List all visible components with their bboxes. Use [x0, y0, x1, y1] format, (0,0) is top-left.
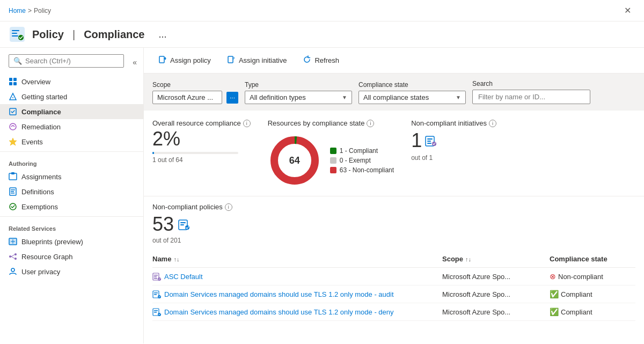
svg-rect-17 [11, 193, 14, 194]
donut-title: Resources by compliance state i [268, 119, 394, 127]
sidebar-item-label: User privacy [21, 268, 60, 276]
assign-initiative-button[interactable]: Assign initiative [221, 52, 293, 69]
policy-row-icon [152, 290, 161, 298]
sidebar-item-exemptions[interactable]: Exemptions [0, 199, 143, 214]
compliance-state-select[interactable]: All compliance states ▼ [358, 91, 466, 104]
legend-non-compliant: 63 - Non-compliant [330, 166, 394, 174]
assign-policy-label: Assign policy [170, 56, 211, 64]
row-name-link[interactable]: Domain Services managed domains should u… [164, 290, 394, 298]
scope-select[interactable]: Microsoft Azure ... [152, 91, 222, 104]
search-input[interactable] [25, 57, 119, 65]
svg-rect-27 [159, 56, 164, 63]
type-label: Type [245, 81, 352, 89]
svg-rect-34 [427, 141, 431, 142]
policies-value: 53 [152, 213, 635, 236]
refresh-button[interactable]: Refresh [297, 52, 345, 69]
resource-graph-icon [9, 252, 17, 261]
sidebar-item-label: Assignments [21, 173, 61, 181]
policies-info-icon[interactable]: i [225, 203, 232, 211]
close-button[interactable]: ✕ [620, 3, 635, 18]
initiative-icon [425, 135, 437, 147]
scope-edit-button[interactable]: ··· [226, 92, 238, 104]
scope-sort-icon[interactable]: ↑↓ [465, 256, 471, 262]
initiatives-block: Non-compliant initiatives i 1 out of 1 [411, 119, 496, 162]
row-state: ⊗ Non-compliant [550, 272, 635, 281]
initiatives-title: Non-compliant initiatives i [411, 119, 496, 127]
initiatives-sub: out of 1 [411, 154, 496, 162]
policies-section: Non-compliant policies i 53 out of 201 [144, 196, 644, 251]
breadcrumb-home[interactable]: Home [9, 7, 26, 14]
scope-input-group: Microsoft Azure ... ··· [152, 91, 238, 104]
progress-bar [152, 152, 238, 154]
sidebar-item-definitions[interactable]: Definitions [0, 184, 143, 199]
type-filter: Type All definition types ▼ [245, 81, 352, 104]
main-layout: 🔍 « Overview Getting started Compliance [0, 48, 644, 343]
sidebar-item-overview[interactable]: Overview [0, 74, 143, 89]
svg-rect-42 [154, 275, 158, 276]
initiatives-info-icon[interactable]: i [489, 120, 496, 127]
row-name-link[interactable]: Domain Services managed domains should u… [164, 308, 394, 316]
name-sort-icon[interactable]: ↑↓ [173, 256, 179, 262]
breadcrumb-separator: > [28, 7, 32, 14]
ellipsis-button[interactable]: ... [155, 28, 170, 41]
sidebar-item-blueprints[interactable]: Blueprints (preview) [0, 234, 143, 249]
sidebar-item-remediation[interactable]: Remediation [0, 119, 143, 134]
svg-rect-43 [154, 276, 157, 277]
events-icon [9, 137, 17, 146]
sidebar-item-resource-graph[interactable]: Resource Graph [0, 249, 143, 264]
sidebar-search[interactable]: 🔍 [9, 54, 124, 68]
svg-rect-39 [180, 224, 184, 225]
row-state: ✅ Compliant [550, 290, 635, 298]
compliance-state-filter: Compliance state All compliance states ▼ [358, 81, 466, 104]
scope-value: Microsoft Azure ... [157, 93, 213, 101]
svg-rect-52 [154, 312, 157, 313]
toolbar: Assign policy Assign initiative Refresh [144, 48, 644, 74]
sidebar-item-events[interactable]: Events [0, 134, 143, 149]
non-compliant-icon: ⊗ [550, 272, 556, 281]
scope-label: Scope [152, 81, 238, 89]
table-row: Domain Services managed domains should u… [152, 303, 635, 321]
blueprints-icon [9, 237, 17, 246]
sidebar-item-user-privacy[interactable]: User privacy [0, 264, 143, 279]
non-compliant-label: 63 - Non-compliant [340, 166, 394, 174]
compliance-state-label: Compliance state [358, 81, 466, 89]
sidebar-item-assignments[interactable]: Assignments [0, 169, 143, 184]
svg-point-22 [14, 253, 17, 255]
sidebar-item-label: Compliance [21, 108, 61, 116]
sidebar-item-label: Remediation [21, 123, 61, 131]
overall-compliance-block: Overall resource compliance i 2% 1 out o… [152, 119, 251, 164]
row-name-link[interactable]: ASC Default [164, 273, 203, 281]
sidebar-item-getting-started[interactable]: Getting started [0, 89, 143, 104]
stats-area: Overall resource compliance i 2% 1 out o… [144, 111, 644, 196]
sidebar-item-compliance[interactable]: Compliance [0, 104, 143, 119]
search-icon: 🔍 [13, 57, 22, 65]
breadcrumb: Home > Policy [9, 7, 51, 14]
scope-filter: Scope Microsoft Azure ... ··· [152, 81, 238, 104]
svg-rect-33 [427, 138, 433, 140]
authoring-section-label: Authoring [0, 154, 143, 169]
svg-rect-47 [154, 292, 158, 294]
assign-initiative-icon [227, 55, 236, 65]
top-bar: Home > Policy ✕ [0, 0, 644, 21]
page-title: Policy [32, 28, 64, 41]
sidebar-collapse-button[interactable]: « [130, 56, 139, 69]
col-state-header: Compliance state [550, 255, 635, 263]
initiatives-value: 1 [411, 129, 496, 152]
assign-policy-button[interactable]: Assign policy [152, 52, 217, 69]
initiative-row-icon [152, 272, 161, 281]
donut-info-icon[interactable]: i [367, 120, 374, 127]
user-privacy-icon [9, 267, 17, 276]
svg-point-21 [9, 255, 11, 258]
row-name: Domain Services managed domains should u… [152, 290, 442, 298]
svg-rect-51 [154, 310, 158, 311]
type-select[interactable]: All definition types ▼ [245, 91, 352, 104]
filter-search-input[interactable] [472, 90, 590, 104]
svg-rect-6 [13, 78, 17, 81]
compliant-label: 1 - Compliant [340, 147, 378, 155]
row-name: Domain Services managed domains should u… [152, 308, 442, 316]
type-value: All definition types [250, 93, 306, 101]
overall-info-icon[interactable]: i [243, 120, 251, 127]
page-header: Policy | Compliance ... [0, 21, 644, 48]
page-title-separator: | [72, 28, 75, 41]
svg-point-23 [14, 258, 17, 260]
